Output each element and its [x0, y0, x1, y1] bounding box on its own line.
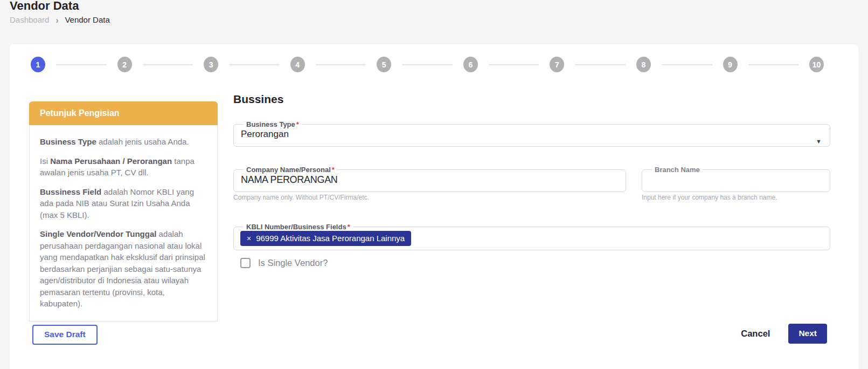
stepper-step-9[interactable]: 9: [723, 57, 738, 72]
guide-paragraph: Single Vendor/Vendor Tunggal adalah peru…: [40, 228, 207, 310]
business-type-select[interactable]: Business Type* Perorangan ▼: [233, 121, 830, 147]
kbli-label: KBLI Number/Business Fields*: [244, 223, 353, 230]
step-connector: [575, 64, 626, 65]
branch-name-field[interactable]: Branch Name: [642, 166, 830, 192]
single-vendor-checkbox-row[interactable]: Is Single Vendor?: [240, 258, 328, 268]
step-connector: [316, 64, 366, 65]
cancel-button[interactable]: Cancel: [741, 329, 770, 339]
checkbox-icon[interactable]: [240, 258, 251, 268]
stepper-step-7[interactable]: 7: [550, 57, 564, 72]
stepper-step-8[interactable]: 8: [636, 57, 651, 72]
company-name-helper: Company name only. Without PT/CV/Firma/e…: [233, 194, 369, 201]
branch-name-label: Branch Name: [652, 166, 703, 173]
breadcrumb: Dashboard › Vendor Data: [10, 15, 110, 24]
breadcrumb-item-dashboard[interactable]: Dashboard: [10, 15, 49, 24]
guide-paragraphs: Business Type adalah jenis usaha Anda.Is…: [29, 125, 218, 322]
chevron-right-icon: ›: [55, 15, 58, 25]
company-name-field[interactable]: Company Name/Personal* NAMA PERORANGAN: [233, 166, 626, 192]
guide-paragraph: Isi Nama Perusahaan / Perorangan tanpa a…: [40, 155, 207, 179]
stepper-step-10[interactable]: 10: [809, 57, 824, 72]
required-asterisk: *: [348, 223, 350, 231]
step-connector: [748, 64, 799, 65]
form-actions: Cancel Next: [741, 324, 827, 344]
save-draft-button[interactable]: Save Draft: [32, 325, 98, 345]
step-connector: [402, 64, 453, 65]
step-connector: [489, 64, 539, 65]
company-name-label: Company Name/Personal*: [244, 166, 337, 173]
guide-panel: Petunjuk Pengisian Business Type adalah …: [29, 101, 218, 322]
company-name-value[interactable]: NAMA PERORANGAN: [241, 174, 619, 185]
required-asterisk: *: [332, 166, 335, 174]
step-connector: [56, 64, 107, 65]
guide-paragraph: Business Type adalah jenis usaha Anda.: [40, 136, 207, 148]
breadcrumb-item-current: Vendor Data: [65, 15, 109, 24]
step-connector: [662, 64, 712, 65]
stepper-step-5[interactable]: 5: [377, 57, 391, 72]
guide-paragraph: Bussiness Field adalah Nomor KBLI yang a…: [40, 186, 207, 221]
stepper-step-1[interactable]: 1: [31, 57, 45, 72]
branch-name-helper: Input here if your company has a branch …: [642, 194, 777, 201]
business-type-label: Business Type*: [244, 121, 302, 128]
page-title: Vendor Data: [10, 0, 79, 14]
kbli-tag: × 96999 Aktivitas Jasa Perorangan Lainny…: [240, 231, 411, 246]
stepper-step-3[interactable]: 3: [204, 57, 218, 72]
business-type-value: Perorangan: [241, 129, 823, 140]
kbli-tag-label: 96999 Aktivitas Jasa Perorangan Lainnya: [256, 234, 405, 243]
next-button[interactable]: Next: [788, 324, 827, 344]
stepper-step-2[interactable]: 2: [117, 57, 132, 72]
stepper: 12345678910: [31, 57, 824, 72]
guide-panel-title: Petunjuk Pengisian: [29, 101, 218, 125]
form-section-title: Bussines: [233, 93, 283, 106]
single-vendor-label[interactable]: Is Single Vendor?: [258, 258, 328, 268]
kbli-field[interactable]: KBLI Number/Business Fields* × 96999 Akt…: [233, 223, 830, 250]
stepper-step-4[interactable]: 4: [290, 57, 305, 72]
main-card: 12345678910 Petunjuk Pengisian Business …: [10, 44, 858, 369]
stepper-step-6[interactable]: 6: [463, 57, 478, 72]
step-connector: [229, 64, 280, 65]
remove-tag-icon[interactable]: ×: [247, 235, 251, 242]
step-connector: [143, 64, 193, 65]
required-asterisk: *: [296, 120, 299, 128]
